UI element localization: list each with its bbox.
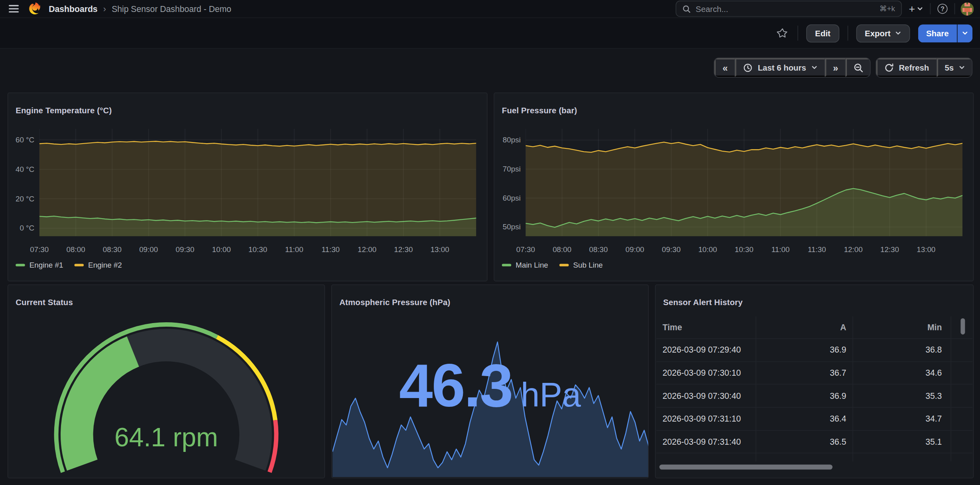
dashboard-canvas: « Last 6 hours » [0, 49, 980, 485]
refresh-button[interactable]: Refresh [876, 58, 937, 77]
favorite-star-button[interactable] [776, 26, 789, 40]
x-axis-tick-label: 11:30 [315, 245, 346, 254]
x-axis-tick-label: 12:00 [838, 245, 869, 254]
edit-button[interactable]: Edit [806, 24, 839, 42]
table-row[interactable]: 2026-03-09 07:29:4036.936.8 [656, 339, 972, 362]
gauge-value: 64.1 rpm [8, 423, 324, 453]
panel-title: Current Status [16, 298, 73, 307]
x-axis-tick-label: 09:00 [133, 245, 164, 254]
legend-swatch [559, 264, 569, 266]
series-fill-Sub Line [525, 142, 962, 236]
horizontal-scrollbar[interactable] [659, 465, 832, 470]
x-axis-tick-label: 09:30 [169, 245, 201, 254]
table-cell-time: 2026-03-09 07:30:40 [656, 391, 756, 401]
refresh-interval-picker[interactable]: 5s [937, 58, 972, 77]
y-axis-tick-label: 20 °C [8, 194, 34, 204]
panel-fuel-pressure: Fuel Pressure (bar) 50psi60psi70psi80psi… [494, 93, 974, 281]
table-column-divider [852, 316, 853, 461]
nav-divider [930, 3, 931, 14]
x-axis-tick-label: 11:30 [801, 245, 832, 254]
x-axis-tick-label: 07:30 [510, 245, 541, 254]
search-placeholder: Search... [696, 4, 874, 14]
avatar[interactable] [960, 2, 974, 15]
x-axis-tick-label: 07:30 [24, 245, 55, 254]
panel-engine-temperature: Engine Temperature (°C) 0 °C20 °C40 °C60… [8, 93, 488, 281]
legend-item[interactable]: Engine #2 [75, 261, 122, 270]
share-button[interactable]: Share [918, 24, 957, 42]
stat-value: 46.3 hPa [332, 355, 648, 436]
table-row[interactable]: 2026-03-09 07:30:4036.935.3 [656, 385, 972, 408]
legend-item[interactable]: Sub Line [559, 261, 603, 270]
double-chevron-right-icon: » [833, 63, 838, 73]
breadcrumb: Dashboards › Ship Sensor Dashboard - Dem… [49, 4, 231, 14]
table-cell-min: 34.7 [852, 414, 950, 424]
y-axis-tick-label: 80psi [494, 135, 521, 145]
time-range-label: Last 6 hours [758, 63, 806, 73]
table-header-a[interactable]: A [756, 323, 852, 332]
x-axis-tick-label: 12:30 [874, 245, 905, 254]
chevron-down-icon [917, 6, 923, 12]
zoom-out-icon [854, 63, 864, 73]
table-row[interactable]: 2026-03-09 07:30:1036.734.6 [656, 362, 972, 385]
legend-item[interactable]: Engine #1 [16, 261, 63, 270]
table-header-row: TimeAMin [656, 316, 972, 339]
legend-swatch [16, 264, 25, 266]
menu-toggle-icon[interactable] [6, 2, 22, 15]
toolbar-divider [797, 26, 798, 41]
x-axis-tick-label: 13:00 [911, 245, 942, 254]
x-axis-tick-label: 09:00 [619, 245, 650, 254]
x-axis-tick-label: 08:00 [60, 245, 91, 254]
table-header-min[interactable]: Min [852, 323, 950, 332]
double-chevron-left-icon: « [722, 63, 728, 73]
y-axis-tick-label: 40 °C [8, 164, 34, 174]
table-column-divider [756, 316, 756, 461]
add-button[interactable]: + [907, 2, 924, 15]
table-row[interactable]: 2026-03-09 07:31:4036.535.1 [656, 431, 972, 454]
chevron-down-icon [895, 30, 901, 36]
panel-atmospheric-pressure: Atmospheric Pressure (hPa) 46.3 hPa [331, 284, 649, 478]
dashboard-toolbar: Edit Export Share [0, 18, 980, 49]
time-range-picker[interactable]: Last 6 hours [735, 58, 825, 77]
plus-icon: + [909, 4, 915, 14]
breadcrumb-dashboards[interactable]: Dashboards [49, 4, 97, 14]
legend-swatch [75, 264, 84, 266]
legend-item[interactable]: Main Line [502, 261, 548, 270]
top-nav: Dashboards › Ship Sensor Dashboard - Dem… [0, 0, 980, 18]
stat-number: 46.3 [399, 355, 512, 416]
search-shortcut: ⌘+k [880, 4, 895, 13]
table-cell-min: 34.6 [852, 368, 950, 378]
panel-title: Atmospheric Pressure (hPa) [339, 298, 450, 307]
zoom-out-button[interactable] [846, 58, 870, 77]
table-cell-time: 2026-03-09 07:29:40 [656, 345, 756, 355]
table-cell-time: 2026-03-09 07:30:10 [656, 368, 756, 378]
table-header-time[interactable]: Time [656, 323, 756, 332]
table-cell-min: 35.3 [852, 391, 950, 401]
panel-title: Sensor Alert History [663, 298, 742, 307]
table-cell-a: 36.9 [756, 345, 852, 355]
x-axis-tick-label: 10:00 [206, 245, 237, 254]
nav-right: Search... ⌘+k + ? [676, 1, 974, 17]
grafana-logo[interactable] [28, 2, 42, 16]
x-axis-tick-label: 10:30 [242, 245, 273, 254]
export-button[interactable]: Export [856, 24, 910, 42]
time-back-button[interactable]: « [714, 58, 735, 77]
chevron-down-icon [811, 64, 817, 71]
stat-unit: hPa [521, 378, 581, 412]
help-button[interactable]: ? [936, 2, 949, 15]
table-row[interactable]: 2026-03-09 07:31:1036.434.7 [656, 408, 972, 431]
time-forward-button[interactable]: » [825, 58, 846, 77]
refresh-label: Refresh [899, 63, 929, 73]
plot-area[interactable] [39, 129, 476, 237]
plot-area[interactable] [525, 129, 962, 237]
panel-title: Engine Temperature (°C) [16, 106, 112, 115]
grafana-logo-icon [28, 2, 42, 16]
panel-sensor-alert-history: Sensor Alert History TimeAMin2026-03-09 … [655, 284, 974, 478]
x-axis-tick-label: 11:00 [279, 245, 310, 254]
x-axis-tick-label: 13:00 [424, 245, 455, 254]
search-input[interactable]: Search... ⌘+k [676, 1, 902, 17]
breadcrumb-separator: › [103, 4, 106, 14]
x-axis-tick-label: 08:00 [546, 245, 577, 254]
export-label: Export [865, 28, 891, 38]
share-menu-button[interactable] [958, 24, 973, 42]
vertical-scrollbar[interactable] [960, 318, 965, 335]
